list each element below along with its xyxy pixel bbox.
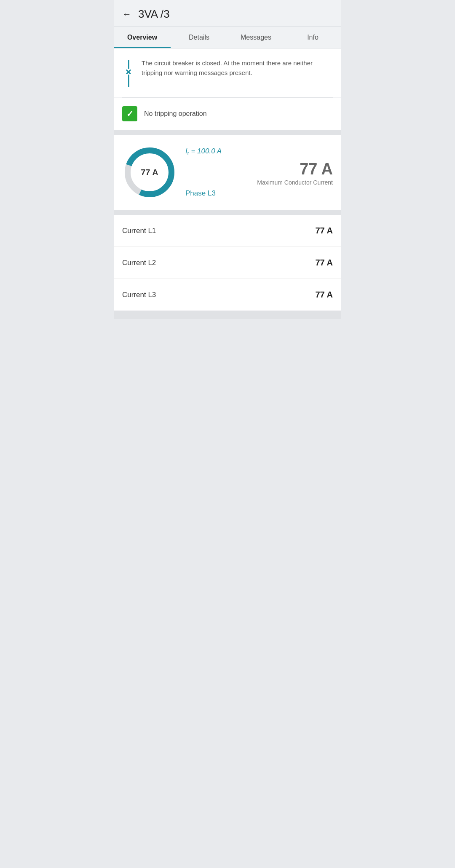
readings-card: Current L1 77 A Current L2 77 A Current … — [114, 215, 341, 311]
status-card: The circuit breaker is closed. At the mo… — [114, 48, 341, 97]
current-l2-label: Current L2 — [122, 259, 156, 267]
ir-label: Ir = 100.0 A — [185, 147, 333, 156]
bottom-gap — [114, 311, 341, 319]
max-current-value: 77 A — [185, 160, 333, 178]
current-l3-label: Current L3 — [122, 291, 156, 299]
circuit-breaker-icon — [122, 60, 135, 87]
no-trip-card: No tripping operation — [114, 98, 341, 130]
tab-overview[interactable]: Overview — [114, 27, 171, 48]
cb-cross-icon — [126, 69, 131, 75]
header: ← 3VA /3 — [114, 0, 341, 27]
gauge-content: 77 A Ir = 100.0 A 77 A Maximum Conductor… — [122, 145, 333, 200]
current-l2-value: 77 A — [315, 258, 333, 268]
check-badge-icon — [122, 106, 137, 121]
gauge-card: 77 A Ir = 100.0 A 77 A Maximum Conductor… — [114, 135, 341, 210]
max-current-label: Maximum Conductor Current — [185, 179, 333, 186]
section-divider-1 — [114, 130, 341, 135]
reading-row-l3: Current L3 77 A — [114, 279, 341, 311]
tab-messages[interactable]: Messages — [228, 27, 284, 48]
back-button[interactable]: ← — [122, 9, 131, 20]
current-l3-value: 77 A — [315, 290, 333, 300]
gauge-chart: 77 A — [122, 145, 177, 200]
tab-info[interactable]: Info — [284, 27, 341, 48]
max-current-section: 77 A Maximum Conductor Current — [185, 160, 333, 186]
page-title: 3VA /3 — [138, 8, 170, 21]
gauge-info: Ir = 100.0 A 77 A Maximum Conductor Curr… — [185, 147, 333, 197]
tab-details[interactable]: Details — [171, 27, 228, 48]
gauge-center-value: 77 A — [141, 168, 158, 177]
content-area: The circuit breaker is closed. At the mo… — [114, 48, 341, 319]
tab-bar: Overview Details Messages Info — [114, 27, 341, 48]
status-message: The circuit breaker is closed. At the mo… — [142, 59, 333, 78]
cb-top-line — [128, 60, 129, 69]
cb-bottom-line — [128, 75, 129, 87]
current-l1-label: Current L1 — [122, 227, 156, 235]
reading-row-l2: Current L2 77 A — [114, 247, 341, 279]
current-l1-value: 77 A — [315, 226, 333, 236]
phase-label: Phase L3 — [185, 189, 333, 198]
section-divider-2 — [114, 210, 341, 215]
no-trip-label: No tripping operation — [144, 110, 207, 118]
reading-row-l1: Current L1 77 A — [114, 215, 341, 247]
